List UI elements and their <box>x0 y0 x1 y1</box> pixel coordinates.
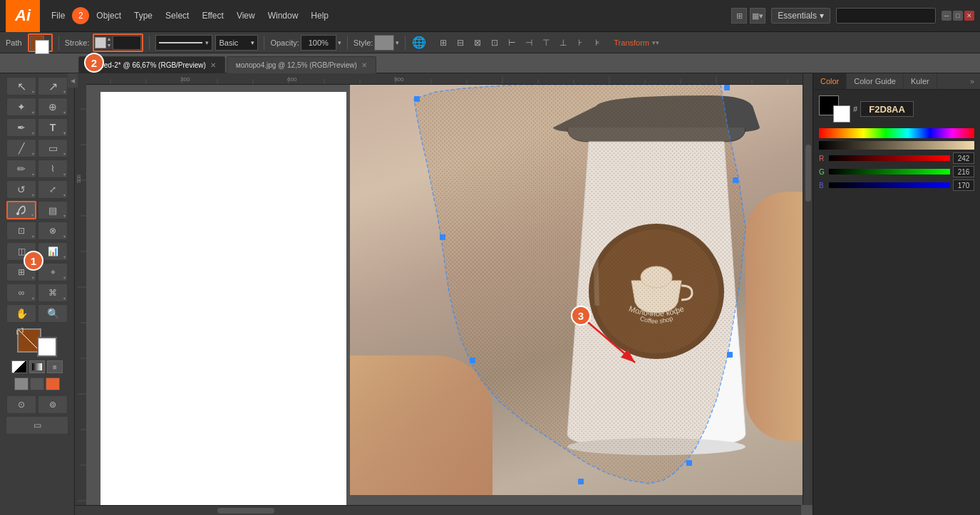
shape-builder-tool[interactable]: ⊗▾ <box>38 222 68 240</box>
align2-icon[interactable]: ⊤ <box>538 35 554 51</box>
vertical-scrollbar[interactable] <box>803 73 813 505</box>
h-scrollbar-thumb[interactable] <box>217 508 274 514</box>
direct-selection-tool[interactable]: ↗▾ <box>38 77 68 95</box>
b-input[interactable] <box>953 180 974 191</box>
swatch-dark[interactable] <box>30 378 44 390</box>
menu-select[interactable]: Select <box>160 8 195 24</box>
hand-tool[interactable]: ✋ <box>6 304 36 323</box>
stroke-down-arrow[interactable]: ▼ <box>107 43 112 48</box>
rectangle-tool[interactable]: ▭▾ <box>38 139 68 157</box>
horizontal-scrollbar[interactable] <box>75 505 801 515</box>
fill-none-icon[interactable] <box>11 360 27 373</box>
color-hex-input[interactable] <box>860 101 914 117</box>
magic-wand-tool[interactable]: ✦▾ <box>6 98 36 116</box>
menu-window[interactable]: Window <box>262 8 304 24</box>
chart-tool[interactable]: 📊▾ <box>38 242 68 261</box>
transform-options-icon[interactable]: ▾▾ <box>652 39 659 46</box>
extra-tool-2[interactable]: ⊚ <box>38 395 68 414</box>
anchor-icon[interactable]: ⊢ <box>504 35 520 51</box>
swatch-orange[interactable] <box>46 378 60 390</box>
stroke-up-arrow[interactable]: ▲ <box>107 36 112 42</box>
rotate-tool[interactable]: ↺▾ <box>6 180 36 199</box>
tab-kuler[interactable]: Kuler <box>904 73 937 89</box>
basic-selector[interactable]: Basic ▾ <box>215 35 258 51</box>
arrange-icon[interactable]: ⊞ <box>731 8 747 24</box>
hue-slider[interactable] <box>819 141 974 150</box>
maximize-button[interactable]: □ <box>953 11 963 21</box>
globe-icon[interactable]: 🌐 <box>411 35 427 51</box>
search-input[interactable] <box>836 8 936 24</box>
distribute-icon[interactable]: ⊟ <box>453 35 468 51</box>
align-v-icon[interactable]: ⊡ <box>487 35 502 51</box>
menu-file[interactable]: File <box>46 8 71 24</box>
zoom-tool[interactable]: 🔍 <box>38 304 68 323</box>
stroke-width-input[interactable] <box>113 36 141 50</box>
color-panel-content: # R G B <box>813 90 980 201</box>
warp-tool[interactable]: ▾ <box>6 201 36 219</box>
line-tool[interactable]: ╱▾ <box>6 139 36 157</box>
lasso-tool[interactable]: ⊕▾ <box>38 98 68 116</box>
menu-effect[interactable]: Effect <box>196 8 229 24</box>
style-selector[interactable] <box>374 35 394 51</box>
selection-tool[interactable]: ↖▾ <box>6 77 36 95</box>
menu-help[interactable]: Help <box>305 8 334 24</box>
distribute2-icon[interactable]: ⊣ <box>521 35 537 51</box>
fg-bg-swatches <box>819 95 850 123</box>
grid-tool[interactable]: ▤▾ <box>38 201 68 219</box>
essentials-button[interactable]: Essentials ▾ <box>771 8 830 24</box>
menu-view[interactable]: View <box>231 8 261 24</box>
type-tool[interactable]: T▾ <box>38 118 68 137</box>
view-options-icon[interactable]: ▦▾ <box>750 8 765 24</box>
tab-color-guide[interactable]: Color Guide <box>847 73 904 89</box>
line-type-selector[interactable]: ▾ <box>155 35 212 51</box>
blend-tool[interactable]: ∞▾ <box>6 283 36 302</box>
swatch-gray[interactable] <box>14 378 29 390</box>
chevron-down-icon: ▾ <box>820 11 824 21</box>
free-transform-tool[interactable]: ⊡▾ <box>6 222 36 240</box>
align4-icon[interactable]: ⊦ <box>572 35 588 51</box>
r-input[interactable] <box>953 152 974 164</box>
color-spectrum[interactable] <box>819 128 974 138</box>
transform-button[interactable]: Transform <box>614 38 649 47</box>
fill-gradient-icon[interactable] <box>29 360 45 373</box>
minimize-button[interactable]: ─ <box>942 11 951 21</box>
live-paint-tool[interactable]: ⌘▾ <box>38 283 68 302</box>
b-slider[interactable] <box>829 182 950 188</box>
coffee-cup-svg: Молочное кофе Coffee shop <box>532 92 781 491</box>
fill-pattern-icon[interactable]: ≡ <box>47 360 63 373</box>
stroke-swatch[interactable] <box>37 337 57 357</box>
align5-icon[interactable]: ⊧ <box>589 35 605 51</box>
panel-expand-button[interactable]: » <box>964 73 980 89</box>
menu-edit[interactable]: 2 <box>72 7 89 24</box>
fill-color-swatch[interactable] <box>30 36 44 50</box>
close-button[interactable]: ✕ <box>964 11 974 21</box>
background-swatch[interactable] <box>833 105 850 123</box>
pencil-tool[interactable]: ✏▾ <box>6 160 36 178</box>
v-scrollbar-thumb[interactable] <box>805 145 811 202</box>
opacity-input[interactable] <box>301 35 336 51</box>
swap-icon[interactable] <box>16 327 23 334</box>
artboard-tool[interactable]: ⊞▾ <box>6 263 36 281</box>
scale-tool[interactable]: ⤢▾ <box>38 180 68 199</box>
align-left-icon[interactable]: ⊞ <box>435 35 451 51</box>
screen-mode-tool[interactable]: ▭ <box>6 416 68 435</box>
tab-moloro[interactable]: молоро4.jpg @ 12,5% (RGB/Preview) ✕ <box>227 56 376 73</box>
stroke-color-swatch[interactable] <box>95 37 106 48</box>
menu-type[interactable]: Type <box>128 8 158 24</box>
eyedropper-tool[interactable]: ⌖▾ <box>38 263 68 281</box>
gradient-tool[interactable]: ◫▾ <box>6 242 36 261</box>
align-h-icon[interactable]: ⊠ <box>470 35 485 51</box>
extra-tool-1[interactable]: ⊙ <box>6 395 36 414</box>
pen-tool[interactable]: ✒▾ <box>6 118 36 137</box>
tab-close-moloro[interactable]: ✕ <box>361 61 367 69</box>
menu-object[interactable]: Object <box>91 8 127 24</box>
tab-untitled[interactable]: Untitled-2* @ 66,67% (RGB/Preview) ✕ <box>78 56 225 73</box>
align3-icon[interactable]: ⊥ <box>555 35 571 51</box>
g-slider[interactable] <box>829 169 950 175</box>
tab-close-untitled[interactable]: ✕ <box>210 61 216 69</box>
panel-collapse-button[interactable]: ◀ <box>68 73 78 88</box>
smooth-tool[interactable]: ⌇▾ <box>38 160 68 178</box>
tab-color[interactable]: Color <box>813 73 847 89</box>
g-input[interactable] <box>953 166 974 177</box>
r-slider[interactable] <box>829 155 950 161</box>
